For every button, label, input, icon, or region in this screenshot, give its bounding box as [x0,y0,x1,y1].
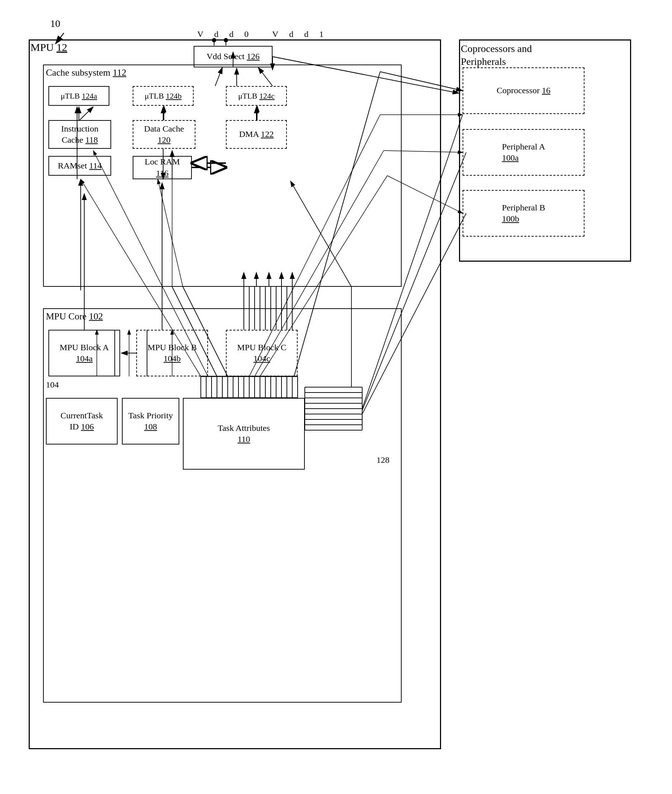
mpu-block-b-box: MPU Block B104b [136,330,208,376]
task-priority-label: Task Priority108 [128,410,173,432]
peripheral-b-box: Peripheral B100b [462,190,584,236]
utlb-b-box: μTLB 124b [133,86,194,106]
utlb-c-label: μTLB 124c [238,91,275,101]
mpu-block-c-box: MPU Block C104c [226,330,298,376]
mpu-block-b-label: MPU Block B104b [147,342,197,364]
dma-box: DMA 122 [226,120,287,149]
mpu-block-c-label: MPU Block C104c [237,342,286,364]
dma-label: DMA 122 [239,129,274,140]
coprocessors-label: Coprocessors and Peripherals [461,42,533,69]
cache-subsystem-label: Cache subsystem 112 [46,67,126,78]
vdd-labels: Vdd0 Vdd1 [197,29,334,39]
utlb-b-label: μTLB 124b [145,91,182,101]
mpu-block-a-label: MPU Block A104a [59,342,109,364]
label-104: 104 [46,380,59,390]
peripheral-a-label: Peripheral A100a [502,141,546,163]
data-cache-box: Data Cache120 [133,120,195,149]
current-task-id-label: CurrentTaskID 106 [61,410,103,432]
coprocessor-16-label: Coprocessor 16 [497,85,550,96]
mpu-core-label: MPU Core 102 [46,311,103,322]
mpu-block-a-box: MPU Block A104a [48,330,120,376]
task-attributes-box: Task Attributes110 [183,398,305,470]
instruction-cache-box: InstructionCache 118 [48,120,111,149]
utlb-a-box: μTLB 124a [48,86,109,106]
task-attributes-label: Task Attributes110 [218,423,270,445]
peripheral-a-box: Peripheral A100a [462,129,584,176]
mpu-label: MPU 12 [30,41,67,53]
utlb-a-label: μTLB 124a [61,91,97,101]
task-priority-box: Task Priority108 [122,398,179,444]
ramset-label: RAMset 114 [58,160,101,171]
diagram-label-10: 10 [50,18,60,29]
current-task-id-box: CurrentTaskID 106 [46,398,118,444]
instruction-cache-label: InstructionCache 118 [61,123,99,145]
ramset-box: RAMset 114 [48,156,111,176]
coprocessor-16-box: Coprocessor 16 [462,67,584,114]
label-128: 128 [376,455,389,465]
utlb-c-box: μTLB 124c [226,86,287,106]
data-cache-label: Data Cache120 [144,123,184,145]
peripheral-b-label: Peripheral B100b [502,202,546,224]
loc-ram-box: Loc RAM116 [133,156,192,179]
loc-ram-label: Loc RAM116 [145,156,180,179]
